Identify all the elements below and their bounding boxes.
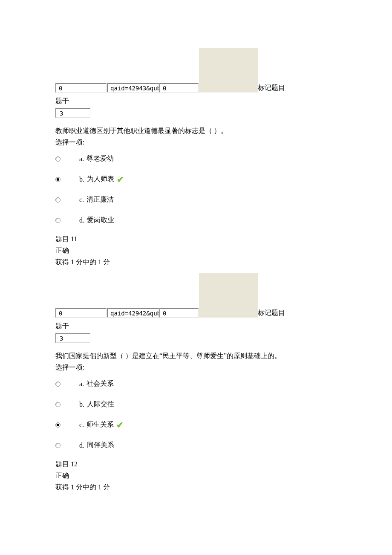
page-content: 0 qaid=42943&qub 0 标记题目 题干 3 教师职业道德区别于其他… bbox=[0, 48, 392, 527]
option-letter: d. bbox=[79, 442, 84, 449]
option-text: 爱岗敬业 bbox=[87, 216, 114, 225]
check-icon: ✔ bbox=[117, 174, 124, 185]
summary-title: 题目 11 bbox=[55, 233, 337, 245]
option-letter: c. bbox=[79, 196, 84, 204]
question-text: 我们国家提倡的新型（ ）是建立在“民主平等、尊师爱生”的原则基础上的。 bbox=[55, 350, 337, 361]
summary-status: 正确 bbox=[55, 470, 337, 481]
radio-icon[interactable] bbox=[55, 422, 61, 428]
flag-row: 0 qaid=42943&qub 0 标记题目 bbox=[55, 48, 337, 92]
flag-label[interactable]: 标记题目 bbox=[258, 84, 285, 92]
option-letter: d. bbox=[79, 217, 84, 224]
option-b[interactable]: b. 为人师表 ✔ bbox=[55, 169, 337, 190]
radio-icon[interactable] bbox=[55, 402, 61, 407]
question-text: 教师职业道德区别于其他职业道德最显著的标志是（ ）。 bbox=[55, 125, 337, 136]
option-letter: b. bbox=[79, 401, 84, 408]
question-summary: 题目 11 正确 获得 1 分中的 1 分 bbox=[55, 233, 337, 268]
option-text: 清正廉洁 bbox=[86, 195, 114, 204]
summary-score: 获得 1 分中的 1 分 bbox=[55, 481, 337, 493]
option-letter: a. bbox=[79, 155, 84, 163]
radio-icon[interactable] bbox=[55, 156, 61, 162]
flag-input-a[interactable]: 0 bbox=[55, 308, 107, 318]
options-group: a. 社会关系 b. 人际交往 c. 师生关系 ✔ d. 同伴关系 bbox=[55, 374, 337, 456]
summary-title: 题目 12 bbox=[55, 458, 337, 470]
question-summary: 题目 12 正确 获得 1 分中的 1 分 bbox=[55, 458, 337, 493]
radio-icon[interactable] bbox=[55, 177, 61, 182]
option-c[interactable]: c. 清正廉洁 bbox=[55, 190, 337, 210]
summary-status: 正确 bbox=[55, 245, 337, 256]
flag-input-a[interactable]: 0 bbox=[55, 83, 107, 92]
option-text: 人际交往 bbox=[87, 400, 114, 409]
radio-icon[interactable] bbox=[55, 197, 61, 202]
stem-number-input[interactable]: 3 bbox=[55, 108, 90, 118]
option-c[interactable]: c. 师生关系 ✔ bbox=[55, 415, 337, 435]
radio-icon[interactable] bbox=[55, 382, 61, 387]
options-group: a. 尊老爱幼 b. 为人师表 ✔ c. 清正廉洁 d. 爱岗敬业 bbox=[55, 149, 337, 231]
flag-label[interactable]: 标记题目 bbox=[258, 309, 285, 318]
option-text: 尊老爱幼 bbox=[86, 154, 114, 163]
option-d[interactable]: d. 爱岗敬业 bbox=[55, 210, 337, 231]
option-text: 同伴关系 bbox=[87, 441, 114, 450]
image-placeholder bbox=[199, 273, 258, 318]
stem-label: 题干 bbox=[55, 97, 337, 106]
choose-label: 选择一项: bbox=[55, 138, 337, 147]
option-text: 为人师表 bbox=[87, 175, 114, 184]
option-text: 师生关系 bbox=[86, 420, 114, 429]
option-b[interactable]: b. 人际交往 bbox=[55, 394, 337, 415]
option-a[interactable]: a. 社会关系 bbox=[55, 374, 337, 394]
option-letter: a. bbox=[79, 380, 84, 388]
option-text: 社会关系 bbox=[86, 379, 114, 388]
option-a[interactable]: a. 尊老爱幼 bbox=[55, 149, 337, 169]
flag-input-b[interactable]: qaid=42942&qub bbox=[107, 308, 159, 318]
option-letter: c. bbox=[79, 421, 84, 429]
flag-input-c[interactable]: 0 bbox=[159, 308, 199, 318]
summary-score: 获得 1 分中的 1 分 bbox=[55, 256, 337, 268]
image-placeholder bbox=[199, 48, 258, 92]
choose-label: 选择一项: bbox=[55, 363, 337, 372]
flag-input-b[interactable]: qaid=42943&qub bbox=[107, 83, 159, 92]
radio-icon[interactable] bbox=[55, 443, 61, 448]
flag-input-c[interactable]: 0 bbox=[159, 83, 199, 92]
stem-label: 题干 bbox=[55, 322, 337, 331]
option-d[interactable]: d. 同伴关系 bbox=[55, 435, 337, 456]
radio-icon[interactable] bbox=[55, 218, 61, 223]
stem-number-input[interactable]: 3 bbox=[55, 333, 90, 343]
flag-row: 0 qaid=42942&qub 0 标记题目 bbox=[55, 273, 337, 318]
check-icon: ✔ bbox=[116, 420, 124, 430]
option-letter: b. bbox=[79, 176, 84, 183]
